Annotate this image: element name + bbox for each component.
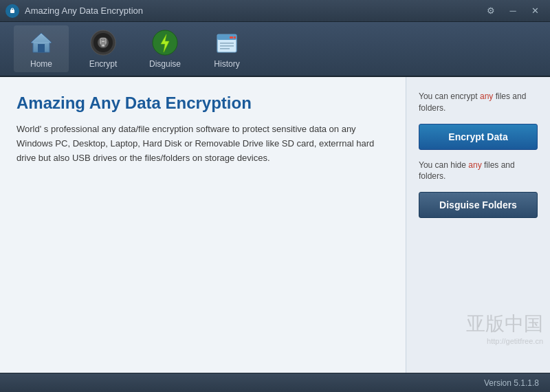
- svg-rect-21: [220, 45, 234, 47]
- version-text: Version 5.1.1.8: [484, 378, 539, 388]
- left-panel: Amazing Any Data Encryption World' s pro…: [0, 77, 406, 373]
- window-title: Amazing Any Data Encryption: [25, 6, 481, 16]
- settings-button[interactable]: ⚙: [481, 3, 500, 19]
- close-button[interactable]: ✕: [525, 3, 544, 19]
- toolbar-history-label: History: [214, 59, 239, 69]
- toolbar-home[interactable]: Home: [14, 25, 69, 72]
- toolbar: Home Encrypt Dis: [0, 22, 550, 77]
- title-bar: Amazing Any Data Encryption ⚙ ─ ✕: [0, 0, 550, 22]
- svg-point-13: [102, 45, 104, 47]
- encrypt-data-button[interactable]: Encrypt Data: [419, 124, 538, 150]
- minimize-button[interactable]: ─: [503, 3, 522, 19]
- history-icon: [213, 29, 241, 56]
- toolbar-history[interactable]: History: [199, 25, 254, 72]
- window-controls: ⚙ ─ ✕: [481, 3, 544, 19]
- encrypt-icon: [89, 29, 117, 56]
- svg-rect-17: [217, 34, 236, 40]
- status-bar: Version 5.1.1.8: [0, 373, 550, 392]
- app-title: Amazing Any Data Encryption: [16, 94, 389, 113]
- toolbar-encrypt[interactable]: Encrypt: [76, 25, 131, 72]
- toolbar-encrypt-label: Encrypt: [89, 59, 118, 69]
- main-content: Amazing Any Data Encryption World' s pro…: [0, 77, 550, 373]
- svg-rect-1: [10, 10, 14, 13]
- svg-rect-22: [220, 48, 230, 50]
- disguise-icon: [151, 29, 179, 56]
- svg-rect-20: [220, 43, 234, 44]
- watermark: 亚版中国 http://getitfree.cn: [466, 311, 543, 345]
- right-panel: You can encrypt any files and folders. E…: [406, 77, 550, 373]
- toolbar-home-label: Home: [30, 59, 52, 69]
- svg-rect-18: [230, 36, 233, 39]
- svg-rect-19: [234, 36, 236, 39]
- encrypt-hint: You can encrypt any files and folders.: [419, 91, 538, 114]
- svg-rect-4: [38, 44, 45, 52]
- home-icon: [28, 29, 55, 56]
- disguise-hint: You can hide any files and folders.: [419, 160, 538, 183]
- app-icon: [6, 4, 19, 18]
- watermark-chinese: 亚版中国: [466, 311, 543, 337]
- disguise-folders-button[interactable]: Disguise Folders: [419, 192, 538, 218]
- watermark-url: http://getitfree.cn: [466, 337, 543, 345]
- toolbar-disguise-label: Disguise: [149, 59, 181, 69]
- app-description: World' s professional any data/file encr…: [16, 122, 389, 165]
- toolbar-disguise[interactable]: Disguise: [138, 25, 192, 72]
